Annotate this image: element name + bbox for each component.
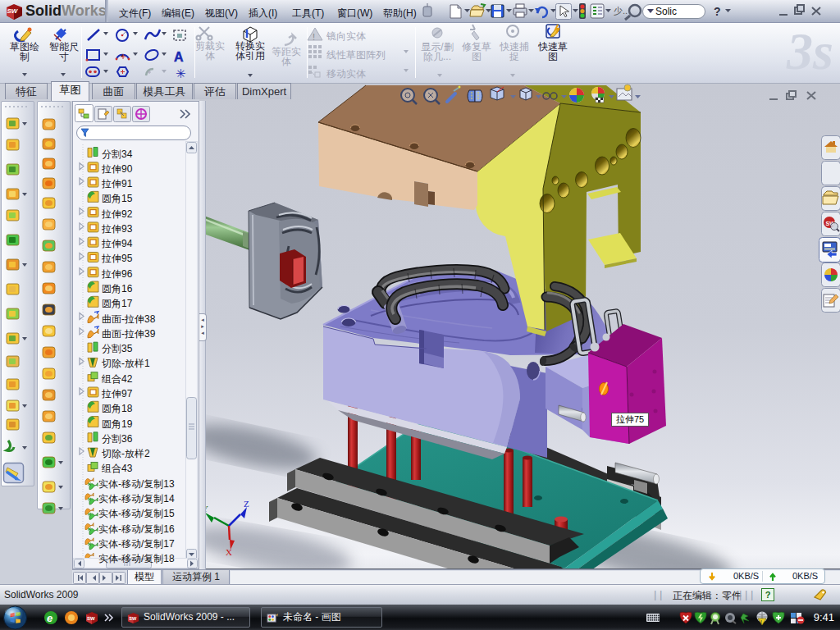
svg-text:Z: Z — [244, 499, 249, 509]
svg-text:X: X — [226, 547, 232, 557]
svg-text:!: ! — [313, 32, 315, 42]
svg-text:SW: SW — [129, 616, 137, 621]
svg-text:e: e — [47, 612, 52, 624]
svg-text:少..: 少.. — [614, 6, 628, 16]
svg-text:A: A — [174, 50, 184, 64]
svg-text:SW: SW — [87, 616, 95, 621]
svg-text:Solic: Solic — [655, 6, 677, 17]
svg-text:!: ! — [760, 619, 762, 625]
svg-text:?: ? — [714, 5, 721, 18]
svg-text:✳: ✳ — [176, 66, 186, 80]
